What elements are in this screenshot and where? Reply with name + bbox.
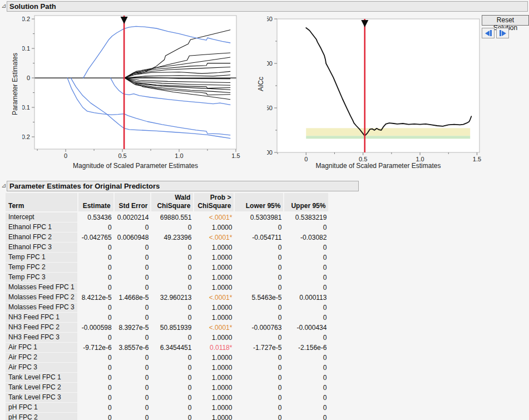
disclosure-triangle-icon[interactable]: ⊿: [1, 3, 6, 9]
value-cell: 32.960213: [151, 293, 194, 303]
value-cell: 0: [78, 273, 115, 283]
value-cell: 6.3454451: [151, 343, 194, 353]
solution-path-chart[interactable]: 00.51.01.50.20.10-0.1-0.2: [22, 13, 245, 171]
yellow-zone-band: [306, 128, 470, 136]
table-row: Ethanol FPC 30001.000000: [6, 243, 329, 253]
value-cell: 8.4212e-5: [78, 293, 115, 303]
value-cell: 0: [115, 393, 152, 403]
value-cell: 0: [151, 223, 194, 233]
value-cell: -0.000763: [235, 323, 284, 333]
table-row: Temp FPC 20001.000000: [6, 263, 329, 273]
value-cell: <.0001*: [194, 213, 235, 223]
value-cell: 0: [78, 243, 115, 253]
value-cell: 0.53436: [78, 213, 115, 223]
aicc-chart[interactable]: 00.51.01.5-350-400-450-500: [267, 13, 487, 171]
value-cell: 0: [78, 393, 115, 403]
term-cell: Tank Level FPC 3: [6, 393, 78, 403]
column-header-wald-chisquare: WaldChiSquare: [151, 193, 194, 213]
term-cell: Temp FPC 2: [6, 263, 78, 273]
value-cell: -0.042765: [78, 233, 115, 243]
value-cell: 0.0118*: [194, 343, 235, 353]
left-chart-y-axis-title: Parameter Estimates: [11, 31, 19, 137]
value-cell: 0: [284, 253, 329, 263]
table-row: Air FPC 20001.000000: [6, 353, 329, 363]
parameter-estimates-header[interactable]: Parameter Estimates for Original Predict…: [7, 181, 359, 191]
value-cell: 0: [235, 403, 284, 413]
value-cell: 1.0000: [194, 303, 235, 313]
table-row: Tank Level FPC 30001.000000: [6, 393, 329, 403]
table-row: Temp FPC 10001.000000: [6, 253, 329, 263]
term-cell: NH3 Feed FPC 2: [6, 323, 78, 333]
value-cell: 1.0000: [194, 363, 235, 373]
term-cell: pH FPC 1: [6, 403, 78, 413]
value-cell: 0: [78, 223, 115, 233]
value-cell: 0: [235, 253, 284, 263]
value-cell: -0.054711: [235, 233, 284, 243]
value-cell: -9.712e-6: [78, 343, 115, 353]
y-tick-label: -0.2: [22, 134, 30, 140]
column-header-lower-95-: Lower 95%: [235, 193, 284, 213]
table-row: pH FPC 20001.000000: [6, 413, 329, 420]
term-cell: Molasses Feed FPC 2: [6, 293, 78, 303]
value-cell: 1.0000: [194, 333, 235, 343]
value-cell: 0: [151, 333, 194, 343]
value-cell: 8.3927e-5: [115, 323, 152, 333]
jmp-report-window: ⊿ Solution Path Parameter Estimates 00.5…: [0, 0, 529, 420]
value-cell: 0: [284, 393, 329, 403]
step-back-button[interactable]: [482, 28, 495, 38]
value-cell: 0: [151, 263, 194, 273]
value-cell: 50.851939: [151, 323, 194, 333]
value-cell: 0: [78, 253, 115, 263]
y-tick-label: -0.1: [22, 104, 30, 111]
value-cell: 0: [284, 283, 329, 293]
value-cell: 0: [115, 223, 152, 233]
x-tick-label: 0: [64, 152, 67, 159]
table-row: Ethanol FPC 2-0.0427650.006094849.23396<…: [6, 233, 329, 243]
right-chart-y-axis-title: AICc: [257, 66, 265, 102]
value-cell: 0: [115, 413, 152, 420]
term-cell: Ethanol FPC 1: [6, 223, 78, 233]
value-cell: 5.5463e-5: [235, 293, 284, 303]
value-cell: 0: [78, 383, 115, 393]
value-cell: 1.0000: [194, 253, 235, 263]
value-cell: 49.23396: [151, 233, 194, 243]
value-cell: 0: [151, 283, 194, 293]
value-cell: 0: [235, 313, 284, 323]
value-cell: 0: [115, 353, 152, 363]
value-cell: 0: [235, 263, 284, 273]
value-cell: 0: [115, 403, 152, 413]
value-cell: 1.0000: [194, 373, 235, 383]
table-row: NH3 Feed FPC 30001.000000: [6, 333, 329, 343]
term-cell: NH3 Feed FPC 3: [6, 333, 78, 343]
value-cell: 0: [235, 413, 284, 420]
value-cell: 0: [151, 273, 194, 283]
column-header-prob-chisquare: Prob >ChiSquare: [194, 193, 235, 213]
value-cell: 0: [235, 223, 284, 233]
value-cell: 0: [115, 333, 152, 343]
table-row: pH FPC 10001.000000: [6, 403, 329, 413]
value-cell: 1.0000: [194, 283, 235, 293]
value-cell: 0: [151, 373, 194, 383]
table-row: Ethanol FPC 10001.000000: [6, 223, 329, 233]
column-header-std-error: Std Error: [115, 193, 152, 213]
term-cell: Air FPC 2: [6, 353, 78, 363]
value-cell: 0: [235, 373, 284, 383]
value-cell: -0.03082: [284, 233, 329, 243]
term-cell: Air FPC 3: [6, 363, 78, 373]
value-cell: 0: [235, 243, 284, 253]
term-cell: Ethanol FPC 2: [6, 233, 78, 243]
value-cell: -1.727e-5: [235, 343, 284, 353]
solution-path-header[interactable]: Solution Path: [7, 1, 528, 12]
table-row: NH3 Feed FPC 10001.000000: [6, 313, 329, 323]
table-row: Molasses Feed FPC 30001.000000: [6, 303, 329, 313]
step-forward-button[interactable]: [496, 28, 509, 38]
value-cell: 1.0000: [194, 313, 235, 323]
reset-solution-button[interactable]: Reset Solution: [482, 15, 529, 26]
value-cell: 0: [115, 373, 152, 383]
value-cell: 0: [284, 303, 329, 313]
value-cell: 0: [115, 243, 152, 253]
step-back-arrow-icon: [485, 31, 490, 36]
disclosure-triangle-icon[interactable]: ⊿: [1, 182, 6, 189]
y-tick-label: 0: [27, 75, 30, 81]
term-cell: Intercept: [6, 213, 78, 223]
